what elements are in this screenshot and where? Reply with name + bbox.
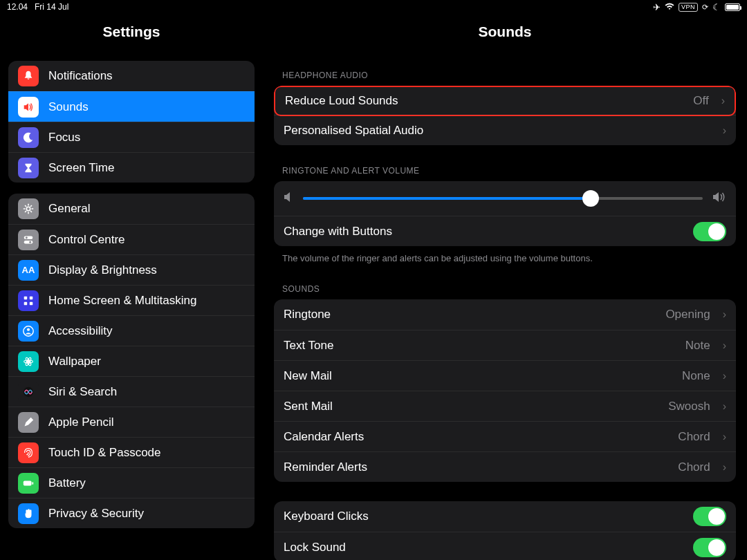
header-sounds: SOUNDS [282,284,736,294]
sidebar-item-apple-pencil[interactable]: Apple Pencil [8,407,255,437]
row-sound-text-tone[interactable]: Text ToneNote› [274,330,736,360]
sidebar-item-label: Sounds [48,100,89,114]
chevron-right-icon: › [723,400,726,413]
row-spatial-audio[interactable]: Personalised Spatial Audio › [274,115,736,145]
sidebar-item-focus[interactable]: Focus [8,122,255,152]
chevron-right-icon: › [723,431,726,443]
status-date: Fri 14 Jul [35,2,68,12]
moon-icon [18,127,39,148]
sidebar-item-label: Focus [48,131,80,144]
row-keyboard-clicks: Keyboard Clicks [274,501,736,532]
sidebar-item-screen-time[interactable]: Screen Time [8,152,255,183]
svg-point-9 [24,326,33,335]
svg-rect-3 [24,240,33,243]
battery-icon [725,3,740,11]
sound-value: Swoosh [668,400,710,413]
chevron-right-icon: › [723,370,726,382]
row-sound-calendar-alerts[interactable]: Calendar AlertsChord› [274,421,736,451]
sidebar-item-home-screen-multitasking[interactable]: Home Screen & Multitasking [8,285,255,315]
volume-slider-row [274,181,736,216]
label-keyboard-clicks: Keyboard Clicks [284,510,685,523]
battery-icon [18,473,39,494]
row-sound-reminder-alerts[interactable]: Reminder AlertsChord› [274,451,736,482]
chevron-right-icon: › [721,95,725,107]
gear-icon [18,198,39,219]
sidebar-item-label: Accessibility [48,324,113,338]
label-change-buttons: Change with Buttons [284,225,685,239]
hourglass-icon [18,158,39,178]
toggles-icon [18,230,39,250]
svg-point-2 [26,236,28,239]
sound-label: Text Tone [284,339,677,353]
speaker-low-icon [284,192,293,205]
sidebar-item-label: Notifications [48,69,113,83]
svg-rect-8 [30,301,33,305]
sidebar-item-label: Wallpaper [48,355,101,368]
toggle-lock-sound[interactable] [693,538,726,557]
svg-rect-1 [24,236,33,239]
toggle-change-with-buttons[interactable] [693,222,726,241]
sound-label: Reminder Alerts [284,460,670,474]
sound-label: Sent Mail [284,400,660,413]
dnd-moon-icon: ☾ [712,2,721,12]
sidebar-item-privacy-security[interactable]: Privacy & Security [8,498,255,528]
sidebar-item-notifications[interactable]: Notifications [8,61,255,91]
chevron-right-icon: › [723,308,726,321]
svg-rect-5 [24,296,28,299]
sidebar-item-control-centre[interactable]: Control Centre [8,224,255,254]
sidebar-item-label: Display & Brightness [48,263,157,277]
sidebar-item-label: Control Centre [48,233,125,247]
slider-thumb[interactable] [582,190,599,207]
sound-label: Ringtone [284,308,657,321]
wifi-icon [665,2,674,12]
chevron-right-icon: › [723,124,726,137]
row-change-with-buttons: Change with Buttons [274,216,736,246]
svg-rect-7 [24,301,28,305]
siri-icon [18,382,39,402]
sidebar-item-siri-search[interactable]: Siri & Search [8,376,255,407]
header-headphone-audio: HEADPHONE AUDIO [282,71,736,80]
sidebar-item-label: Home Screen & Multitasking [48,294,196,308]
svg-rect-17 [32,482,33,485]
sidebar-item-general[interactable]: General [8,194,255,224]
sidebar-title: Settings [8,14,255,50]
settings-sidebar: Settings NotificationsSoundsFocusScreen … [0,14,263,560]
person-icon [18,321,39,342]
sidebar-item-display-brightness[interactable]: AADisplay & Brightness [8,254,255,285]
sidebar-item-label: Touch ID & Passcode [48,446,161,460]
sidebar-item-wallpaper[interactable]: Wallpaper [8,346,255,376]
row-sound-new-mail[interactable]: New MailNone› [274,360,736,391]
flower-icon [18,351,39,372]
pencil-icon [18,412,39,433]
orientation-lock-icon: ⟳ [702,3,708,12]
sound-value: None [682,369,710,383]
svg-rect-6 [30,296,33,299]
toggle-keyboard-clicks[interactable] [693,507,726,526]
sound-value: Chord [678,460,710,474]
sidebar-item-label: Battery [48,476,86,490]
note-change-buttons: The volume of the ringer and alerts can … [282,253,728,263]
bell-icon [18,66,39,86]
sidebar-item-battery[interactable]: Battery [8,467,255,498]
sound-label: New Mail [284,369,674,383]
status-bar: 12.04 Fri 14 Jul ✈︎ VPN ⟳ ☾ [0,0,747,14]
label-spatial: Personalised Spatial Audio [284,124,710,138]
row-reduce-loud-sounds[interactable]: Reduce Loud Sounds Off › [274,86,736,116]
AA-icon: AA [18,260,39,281]
sidebar-item-label: Apple Pencil [48,416,114,429]
airplane-icon: ✈︎ [653,2,661,12]
chevron-right-icon: › [723,461,726,474]
sidebar-item-touch-id-passcode[interactable]: Touch ID & Passcode [8,437,255,467]
vpn-badge: VPN [679,3,698,12]
sidebar-item-accessibility[interactable]: Accessibility [8,315,255,346]
row-sound-sent-mail[interactable]: Sent MailSwoosh› [274,391,736,421]
sounds-panel: Sounds HEADPHONE AUDIO Reduce Loud Sound… [263,14,747,560]
sidebar-item-label: Privacy & Security [48,507,144,521]
volume-slider[interactable] [303,197,703,200]
speaker-high-icon [712,192,726,205]
sidebar-group-2: GeneralControl CentreAADisplay & Brightn… [8,194,255,528]
chevron-right-icon: › [723,339,726,352]
sound-value: Note [685,339,710,353]
sidebar-item-sounds[interactable]: Sounds [8,91,255,122]
row-sound-ringtone[interactable]: RingtoneOpening› [274,299,736,330]
